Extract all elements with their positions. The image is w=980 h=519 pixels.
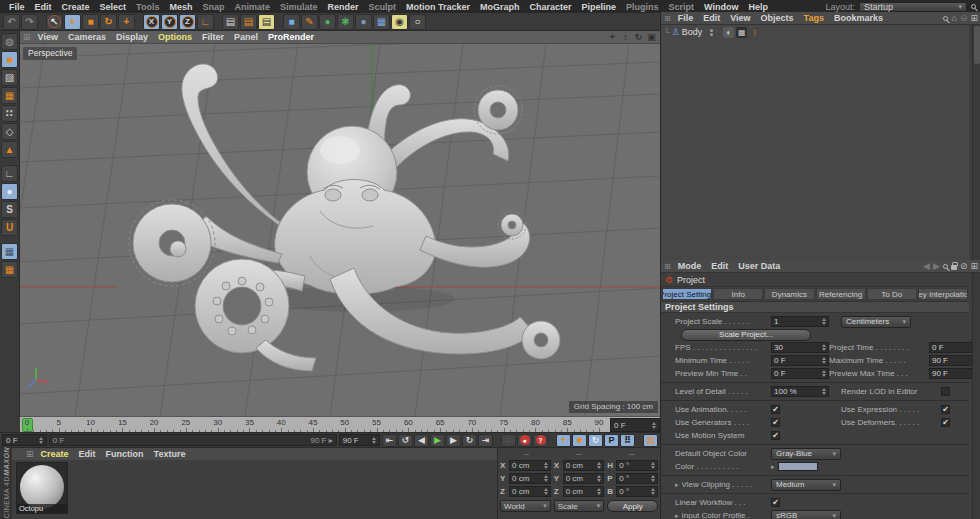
previous-frame-button[interactable]: ◀	[414, 434, 429, 447]
lock-y-axis-icon[interactable]: Y	[161, 14, 178, 30]
spline-pen-icon[interactable]: ✎	[301, 14, 318, 30]
render-picture-viewer-icon[interactable]: ▤	[240, 14, 257, 30]
spinner-arrows-icon[interactable]	[372, 437, 376, 444]
scale-tool-icon[interactable]: ■	[82, 14, 99, 30]
light-icon[interactable]: ○	[409, 14, 426, 30]
coord-field-h[interactable]: 0 °	[616, 460, 658, 471]
checkbox[interactable]: ✔	[771, 498, 780, 507]
workplane-align-icon[interactable]: ▦	[1, 261, 18, 278]
value-field[interactable]: 0 F	[771, 368, 829, 379]
tab-project-settings[interactable]: Project Settings	[662, 288, 712, 300]
attribute-menu-user-data[interactable]: User Data	[733, 261, 785, 271]
menu-select[interactable]: Select	[95, 2, 132, 12]
coord-field-y[interactable]: 0 cm	[509, 473, 551, 484]
range-start-field[interactable]: 0 F	[2, 434, 47, 446]
checkbox[interactable]: ✔	[941, 405, 950, 414]
material-menu-create[interactable]: Create	[36, 449, 74, 459]
viewport-menu-view[interactable]: View	[33, 32, 63, 42]
range-end-field[interactable]: 90 F	[339, 434, 380, 446]
phong-tag-icon[interactable]: ⁝	[749, 27, 760, 38]
viewport[interactable]: ⊞ ViewCamerasDisplayOptionsFilterPanelPr…	[20, 31, 660, 416]
material-menu-edit[interactable]: Edit	[74, 449, 101, 459]
menu-script[interactable]: Script	[664, 2, 700, 12]
color-swatch[interactable]	[778, 462, 818, 471]
panel-grip-icon[interactable]: ⊞	[23, 32, 31, 42]
tab-info[interactable]: Info	[713, 288, 763, 300]
last-tool-icon[interactable]: +	[118, 14, 135, 30]
panel-grip-icon[interactable]: ⊞	[26, 449, 34, 459]
keyframe-selection-button[interactable]: ▥	[643, 434, 658, 447]
srgb-dropdown[interactable]: sRGB▾	[771, 510, 841, 519]
spinner-arrows-icon[interactable]	[822, 357, 826, 364]
tab-referencing[interactable]: Referencing	[816, 288, 866, 300]
viewport-menu-panel[interactable]: Panel	[229, 32, 263, 42]
spinner-arrows-icon[interactable]	[822, 344, 826, 351]
spinner-arrows-icon[interactable]	[822, 318, 826, 325]
redo-icon[interactable]: ↷	[21, 14, 38, 30]
lock-z-axis-icon[interactable]: Z	[179, 14, 196, 30]
render-settings-icon[interactable]: ▤	[258, 14, 275, 30]
menu-motion-tracker[interactable]: Motion Tracker	[401, 2, 475, 12]
scale-project-button[interactable]: Scale Project...	[681, 329, 811, 341]
camera-icon[interactable]: ◉	[391, 14, 408, 30]
coord-field-b[interactable]: 0 °	[616, 486, 658, 497]
material-menu-function[interactable]: Function	[101, 449, 149, 459]
checkbox[interactable]	[941, 387, 950, 396]
checkbox[interactable]: ✔	[771, 405, 780, 414]
lock-icon[interactable]	[951, 265, 957, 270]
mograph-cloner-icon[interactable]: ✱	[337, 14, 354, 30]
subdivision-surface-icon[interactable]: ●	[319, 14, 336, 30]
spinner-arrows-icon[interactable]	[652, 422, 656, 429]
value-field[interactable]: 1	[771, 316, 829, 327]
edges-mode-icon[interactable]: ◇	[1, 123, 18, 140]
spinner-arrows-icon[interactable]	[544, 488, 548, 495]
panel-grip-icon[interactable]: ⊞	[664, 14, 671, 23]
expand-icon[interactable]: ⊞	[970, 13, 978, 23]
polygons-mode-icon[interactable]: ▲	[1, 141, 18, 158]
play-backwards-button[interactable]: ↺	[398, 434, 413, 447]
menu-window[interactable]: Window	[699, 2, 743, 12]
medium-dropdown[interactable]: Medium▾	[771, 479, 841, 491]
menu-render[interactable]: Render	[322, 2, 363, 12]
camera-label[interactable]: Perspective	[23, 47, 77, 60]
spinner-arrows-icon[interactable]	[822, 370, 826, 377]
goto-start-button[interactable]: ⇤	[382, 434, 397, 447]
minimize-icon[interactable]: ⊖	[960, 13, 968, 23]
checkbox[interactable]: ✔	[771, 431, 780, 440]
object-row-body[interactable]: └ ♙ Body ◐ ▦ ⁝	[661, 25, 969, 39]
apply-button[interactable]: Apply	[607, 500, 658, 512]
nav-back-icon[interactable]: ◀	[923, 261, 930, 271]
coord-field-z[interactable]: 0 cm	[563, 486, 605, 497]
menu-edit[interactable]: Edit	[30, 2, 57, 12]
layout-dropdown[interactable]: Startup ▾	[859, 2, 967, 12]
spinner-arrows-icon[interactable]	[651, 488, 655, 495]
zoom-view-icon[interactable]: ↕	[620, 32, 631, 43]
object-manager-menu-bookmarks[interactable]: Bookmarks	[829, 13, 888, 23]
search-icon[interactable]	[971, 4, 976, 9]
key-position-button[interactable]: +	[556, 434, 571, 447]
preview-range-slider[interactable]: 0 F 90 F ▸	[49, 434, 337, 446]
key-scale-button[interactable]: ■	[572, 434, 587, 447]
spinner-arrows-icon[interactable]	[544, 462, 548, 469]
record-keyframe-button[interactable]: ◌	[501, 434, 516, 447]
menu-tools[interactable]: Tools	[131, 2, 164, 12]
spinner-arrows-icon[interactable]	[822, 388, 826, 395]
expand-arrow-icon[interactable]: ▸	[771, 463, 775, 471]
coord-field-y[interactable]: 0 cm	[563, 473, 605, 484]
home-icon[interactable]: ⌂	[951, 13, 956, 23]
autokey-button[interactable]: ●	[517, 434, 532, 447]
checkbox[interactable]: ✔	[941, 418, 950, 427]
viewport-canvas[interactable]	[20, 44, 660, 416]
coord-field-x[interactable]: 0 cm	[509, 460, 551, 471]
primitive-cube-icon[interactable]: ■	[283, 14, 300, 30]
weight-tag-icon[interactable]: ▦	[736, 27, 747, 38]
gray-blue-dropdown[interactable]: Gray-Blue▾	[771, 448, 841, 460]
spinner-arrows-icon[interactable]	[39, 437, 43, 444]
workplane-lock-icon[interactable]: ▦	[1, 243, 18, 260]
section-header[interactable]: Project Settings	[661, 301, 969, 313]
checkbox[interactable]: ✔	[771, 418, 780, 427]
quantize-icon[interactable]: U	[1, 219, 18, 236]
value-field[interactable]: 100 %	[771, 386, 829, 397]
menu-help[interactable]: Help	[744, 2, 774, 12]
coord-field-z[interactable]: 0 cm	[509, 486, 551, 497]
